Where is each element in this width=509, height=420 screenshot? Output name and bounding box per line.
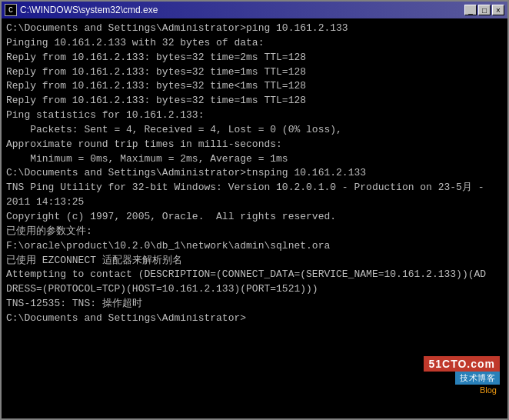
- terminal-line: 2011 14:13:25: [6, 195, 503, 210]
- terminal-line: Minimum = 0ms, Maximum = 2ms, Average = …: [6, 152, 503, 167]
- terminal-line: C:\Documents and Settings\Administrator>…: [6, 166, 503, 181]
- watermark-top: 51CTO.com: [424, 356, 500, 372]
- window-icon-letter: C: [8, 6, 13, 15]
- terminal-line: Pinging 10.161.2.133 with 32 bytes of da…: [6, 36, 503, 51]
- terminal-line: Attempting to contact (DESCRIPTION=(CONN…: [6, 268, 503, 282]
- minimize-button[interactable]: _: [464, 5, 477, 15]
- close-button[interactable]: ×: [492, 5, 504, 15]
- title-bar-buttons: _ □ ×: [464, 5, 504, 15]
- terminal-line: Reply from 10.161.2.133: bytes=32 time<1…: [6, 79, 503, 94]
- terminal-line: Ping statistics for 10.161.2.133:: [6, 108, 503, 123]
- terminal-line: DRESS=(PROTOCOL=TCP)(HOST=10.161.2.133)(…: [6, 282, 503, 297]
- watermark: 51CTO.com 技术博客 Blog: [424, 356, 500, 395]
- terminal-line: 已使用 EZCONNECT 适配器来解析别名: [6, 254, 503, 268]
- watermark-bottom: 技术博客: [455, 372, 500, 385]
- terminal-content: C:\Documents and Settings\Administrator>…: [2, 18, 507, 418]
- window-icon: C: [5, 4, 17, 16]
- terminal-line: C:\Documents and Settings\Administrator>…: [6, 22, 503, 36]
- terminal-line: Reply from 10.161.2.133: bytes=32 time=2…: [6, 51, 503, 65]
- terminal-output: C:\Documents and Settings\Administrator>…: [6, 22, 503, 326]
- terminal-line: Reply from 10.161.2.133: bytes=32 time=1…: [6, 94, 503, 108]
- terminal-line: Reply from 10.161.2.133: bytes=32 time=1…: [6, 65, 503, 80]
- terminal-line: F:\oracle\product\10.2.0\db_1\network\ad…: [6, 239, 503, 254]
- terminal-line: Copyright (c) 1997, 2005, Oracle. All ri…: [6, 210, 503, 225]
- maximize-button[interactable]: □: [478, 5, 491, 15]
- terminal-line: C:\Documents and Settings\Administrator>: [6, 312, 503, 326]
- title-bar: C C:\WINDOWS\system32\cmd.exe _ □ ×: [2, 2, 507, 18]
- window-title: C:\WINDOWS\system32\cmd.exe: [20, 5, 464, 15]
- cmd-window: C C:\WINDOWS\system32\cmd.exe _ □ × C:\D…: [0, 0, 509, 420]
- terminal-line: 已使用的参数文件:: [6, 225, 503, 239]
- terminal-line: TNS-12535: TNS: 操作超时: [6, 297, 503, 312]
- terminal-line: Approximate round trip times in milli-se…: [6, 138, 503, 152]
- watermark-blog: Blog: [477, 385, 500, 395]
- terminal-line: Packets: Sent = 4, Received = 4, Lost = …: [6, 123, 503, 138]
- terminal-line: TNS Ping Utility for 32-bit Windows: Ver…: [6, 181, 503, 195]
